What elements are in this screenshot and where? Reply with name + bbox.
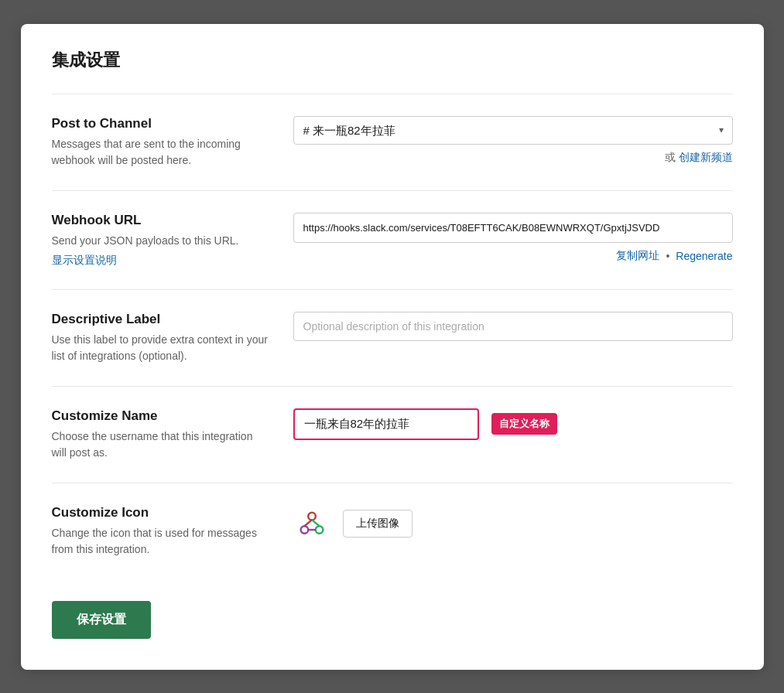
name-section-title: Customize Name (52, 408, 269, 424)
upload-image-button[interactable]: 上传图像 (343, 510, 413, 538)
icon-section-desc: Change the icon that is used for message… (52, 525, 269, 558)
section-right-webhook: https://hooks.slack.com/services/T08EFTT… (293, 213, 733, 264)
section-right-label (293, 312, 733, 341)
icon-section-title: Customize Icon (52, 505, 269, 521)
name-section-desc: Choose the username that this integratio… (52, 428, 269, 461)
save-button[interactable]: 保存设置 (52, 601, 151, 639)
page-title: 集成设置 (52, 49, 733, 72)
custom-name-badge: 自定义名称 (491, 413, 557, 435)
descriptive-label-section: Descriptive Label Use this label to prov… (52, 289, 733, 386)
section-left-name: Customize Name Choose the username that … (52, 408, 269, 461)
section-right-channel: # 来一瓶82年拉菲 ▾ 或 创建新频道 (293, 116, 733, 165)
icon-row: 上传图像 (293, 505, 733, 542)
webhook-icon (293, 505, 330, 542)
webhook-url-display: https://hooks.slack.com/services/T08EFTT… (293, 213, 733, 244)
channel-select-wrap: # 来一瓶82年拉菲 ▾ (293, 116, 733, 145)
customize-name-input[interactable] (293, 408, 479, 440)
webhook-section-desc: Send your JSON payloads to this URL. (52, 233, 269, 249)
webhook-section-title: Webhook URL (52, 213, 269, 228)
webhook-actions: 复制网址 • Regenerate (293, 249, 733, 263)
webhook-url-section: Webhook URL Send your JSON payloads to t… (52, 190, 733, 289)
show-setup-link[interactable]: 显示设置说明 (52, 254, 269, 268)
channel-select[interactable]: # 来一瓶82年拉菲 (293, 116, 733, 145)
channel-section-title: Post to Channel (52, 116, 269, 131)
regenerate-link[interactable]: Regenerate (676, 250, 732, 262)
create-channel-link[interactable]: 创建新频道 (679, 151, 733, 163)
customize-name-section: Customize Name Choose the username that … (52, 386, 733, 483)
copy-url-link[interactable]: 复制网址 (616, 249, 659, 263)
svg-line-3 (304, 520, 312, 526)
settings-card: 集成设置 Post to Channel Messages that are s… (21, 24, 764, 670)
descriptive-label-input[interactable] (293, 312, 733, 341)
section-right-icon: 上传图像 (293, 505, 733, 542)
section-right-name: 自定义名称 (293, 408, 733, 440)
section-left-channel: Post to Channel Messages that are sent t… (52, 116, 269, 169)
label-section-title: Descriptive Label (52, 312, 269, 327)
dot-separator: • (666, 250, 669, 262)
customize-icon-section: Customize Icon Change the icon that is u… (52, 483, 733, 579)
svg-line-4 (312, 520, 320, 526)
label-section-desc: Use this label to provide extra context … (52, 332, 269, 364)
svg-point-2 (315, 526, 323, 534)
svg-point-0 (308, 512, 316, 520)
post-to-channel-section: Post to Channel Messages that are sent t… (52, 94, 733, 190)
name-row: 自定义名称 (293, 408, 733, 440)
channel-section-desc: Messages that are sent to the incoming w… (52, 136, 269, 169)
section-left-icon: Customize Icon Change the icon that is u… (52, 505, 269, 558)
svg-point-1 (300, 526, 308, 534)
save-section: 保存设置 (52, 579, 733, 639)
section-left-label: Descriptive Label Use this label to prov… (52, 312, 269, 364)
create-channel-link-wrap: 或 创建新频道 (293, 151, 733, 165)
section-left-webhook: Webhook URL Send your JSON payloads to t… (52, 213, 269, 268)
